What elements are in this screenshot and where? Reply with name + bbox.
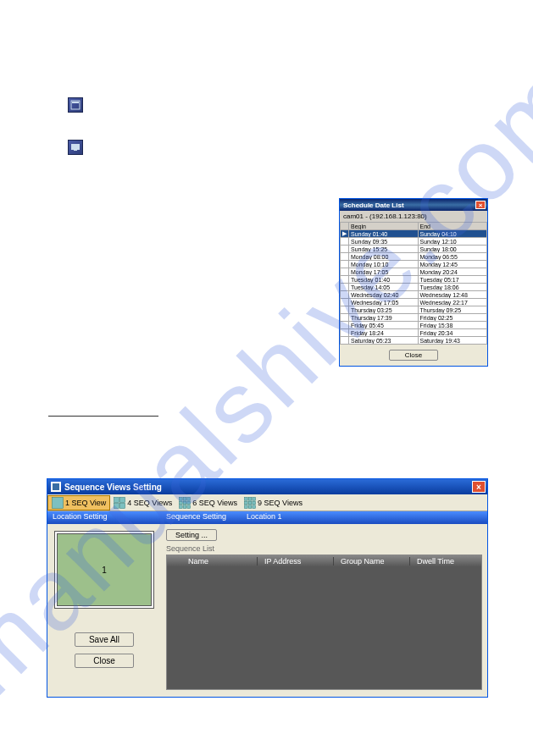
seq-header-loc: Location 1 <box>247 512 282 523</box>
seq-title: Sequence Views Setting <box>64 483 162 492</box>
toolbar-item-1[interactable]: 1 SEQ View <box>47 495 110 510</box>
svg-rect-16 <box>187 501 191 505</box>
schedule-close-button[interactable]: Close <box>389 350 438 361</box>
row-marker <box>341 246 349 253</box>
thumb-label: 1 <box>102 566 107 575</box>
table-row[interactable]: Monday 08:00Monday 06:55 <box>341 253 487 261</box>
svg-rect-26 <box>245 505 248 508</box>
close-icon[interactable]: × <box>472 481 486 493</box>
svg-rect-8 <box>120 497 125 502</box>
row-marker <box>341 276 349 284</box>
cell-begin: Sunday 01:40 <box>349 230 419 238</box>
toolbar-item-4[interactable]: 9 SEQ Views <box>241 495 306 510</box>
svg-rect-9 <box>114 503 119 508</box>
table-row[interactable]: Thursday 17:39Friday 02:25 <box>341 314 487 322</box>
divider-line <box>48 416 158 417</box>
row-marker <box>341 329 349 337</box>
cell-end: Wednesday 12:48 <box>418 291 487 299</box>
cell-end: Sunday 18:00 <box>418 246 487 253</box>
row-marker <box>341 322 349 329</box>
schedule-caption: cam01 - (192.168.1.123:80) <box>340 211 487 222</box>
table-row[interactable]: Wednesday 17:05Wednesday 22:17 <box>341 299 487 306</box>
col-group: Group Name <box>334 557 410 566</box>
cell-end: Monday 12:45 <box>418 261 487 268</box>
grid-icon <box>244 497 256 509</box>
sequence-list-columns: Name IP Address Group Name Dwell Time <box>167 555 481 567</box>
seq-close-button[interactable]: Close <box>75 654 134 668</box>
cell-end: Sunday 12:10 <box>418 238 487 246</box>
svg-rect-15 <box>183 501 186 505</box>
row-marker <box>341 253 349 261</box>
cell-end: Friday 15:38 <box>418 322 487 329</box>
svg-rect-6 <box>53 497 64 508</box>
schedule-table: Begin End ▶Sunday 01:40Sunday 04:10Sunda… <box>340 222 487 345</box>
sequence-list-label: Sequence List <box>166 544 482 553</box>
toolbar-item-2[interactable]: 4 SEQ Views <box>110 495 175 510</box>
toolbar-item-3[interactable]: 6 SEQ Views <box>175 495 241 510</box>
table-row[interactable]: Tuesday 01:40Tuesday 05:17 <box>341 276 487 284</box>
schedule-title: Schedule Date List <box>343 201 404 209</box>
svg-rect-27 <box>248 505 252 508</box>
cell-begin: Monday 10:10 <box>349 261 419 268</box>
table-row[interactable]: ▶Sunday 01:40Sunday 04:10 <box>341 230 487 238</box>
svg-rect-10 <box>120 503 125 508</box>
cell-begin: Tuesday 14:05 <box>349 284 419 291</box>
svg-rect-20 <box>245 497 248 500</box>
svg-rect-28 <box>253 505 256 508</box>
svg-rect-5 <box>53 483 59 490</box>
table-row[interactable]: Thursday 03:25Thursday 09:25 <box>341 306 487 314</box>
location-thumbnail[interactable]: 1 <box>57 533 152 606</box>
sequence-views-setting-dialog: Sequence Views Setting × 1 SEQ View4 SEQ… <box>47 478 488 698</box>
col-name: Name <box>181 557 258 566</box>
table-row[interactable]: Sunday 15:25Sunday 18:00 <box>341 246 487 253</box>
cell-end: Friday 02:25 <box>418 314 487 322</box>
svg-rect-17 <box>180 505 183 508</box>
grid-icon <box>52 497 64 509</box>
cell-begin: Thursday 17:39 <box>349 314 419 322</box>
toolbar-item-label: 1 SEQ View <box>65 499 106 507</box>
cell-end: Tuesday 05:17 <box>418 276 487 284</box>
col-ip: IP Address <box>258 557 334 566</box>
cell-end: Wednesday 22:17 <box>418 299 487 306</box>
toolbar-item-label: 4 SEQ Views <box>127 499 172 507</box>
row-marker <box>341 337 349 345</box>
seq-titlebar: Sequence Views Setting × <box>47 479 487 494</box>
cell-end: Monday 20:24 <box>418 268 487 276</box>
table-row[interactable]: Saturday 05:23Saturday 19:43 <box>341 337 487 345</box>
row-marker: ▶ <box>341 230 349 238</box>
table-row[interactable]: Monday 10:10Monday 12:45 <box>341 261 487 268</box>
svg-rect-24 <box>248 501 252 505</box>
svg-rect-14 <box>180 501 183 505</box>
cell-begin: Tuesday 01:40 <box>349 276 419 284</box>
svg-rect-23 <box>245 501 248 505</box>
sequence-setting-panel: Sequence Setting Location 1 Setting ... … <box>161 511 487 697</box>
cell-begin: Saturday 05:23 <box>349 337 419 345</box>
close-icon[interactable]: × <box>475 201 486 209</box>
svg-rect-25 <box>253 501 256 505</box>
row-marker <box>341 314 349 322</box>
table-row[interactable]: Sunday 09:35Sunday 12:10 <box>341 238 487 246</box>
cell-begin: Sunday 15:25 <box>349 246 419 253</box>
seq-toolbar: 1 SEQ View4 SEQ Views6 SEQ Views9 SEQ Vi… <box>47 494 487 511</box>
setting-button[interactable]: Setting ... <box>166 529 217 541</box>
seq-header-label: Sequence Setting <box>166 512 226 523</box>
table-row[interactable]: Friday 18:24Friday 20:34 <box>341 329 487 337</box>
svg-rect-1 <box>72 102 79 103</box>
row-marker <box>341 261 349 268</box>
cell-end: Monday 06:55 <box>418 253 487 261</box>
cell-begin: Monday 17:05 <box>349 268 419 276</box>
row-marker <box>341 238 349 246</box>
toolbar-item-label: 9 SEQ Views <box>258 499 303 507</box>
table-row[interactable]: Wednesday 02:40Wednesday 12:48 <box>341 291 487 299</box>
col-begin: Begin <box>349 223 419 230</box>
schedule-titlebar: Schedule Date List × <box>340 199 487 211</box>
cell-begin: Wednesday 17:05 <box>349 299 419 306</box>
save-all-button[interactable]: Save All <box>75 632 134 647</box>
table-row[interactable]: Friday 05:45Friday 15:38 <box>341 322 487 329</box>
table-row[interactable]: Tuesday 14:05Tuesday 18:06 <box>341 284 487 291</box>
row-marker <box>341 284 349 291</box>
schedule-date-list-dialog: Schedule Date List × cam01 - (192.168.1.… <box>339 198 488 367</box>
svg-rect-13 <box>187 497 191 500</box>
screen-thumb-icon <box>68 140 83 155</box>
table-row[interactable]: Monday 17:05Monday 20:24 <box>341 268 487 276</box>
